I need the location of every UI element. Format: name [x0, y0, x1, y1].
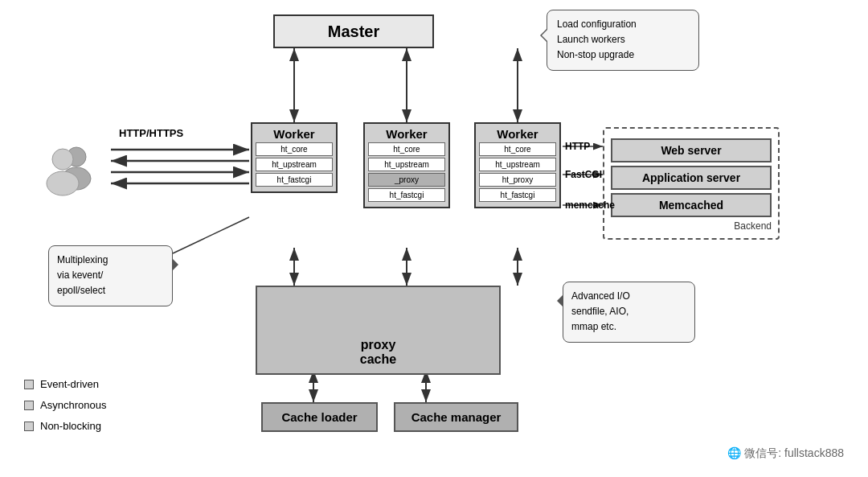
- svg-line-18: [173, 217, 249, 253]
- legend-label-1: Event-driven: [40, 374, 99, 395]
- worker2-module-htupstream: ht_upstream: [368, 158, 445, 171]
- cache-manager-label: Cache manager: [411, 410, 502, 424]
- proxy-cache-area: proxycache: [256, 286, 501, 375]
- legend-item-nonblocking: Non-blocking: [24, 416, 106, 437]
- advancedio-text: Advanced I/Osendfile, AIO,mmap etc.: [571, 290, 630, 332]
- users-icon: [32, 137, 104, 201]
- master-box: Master: [273, 14, 434, 48]
- multiplex-text: Multiplexingvia kevent/epoll/select: [57, 254, 108, 296]
- backend-box: Web server Application server Memcached …: [603, 127, 780, 240]
- master-bubble-line3: Non-stop upgrade: [557, 49, 634, 60]
- worker2-module-proxy: _proxy: [368, 173, 445, 187]
- legend-square-2: [24, 401, 34, 410]
- worker1-module-htfastcgi: ht_fastcgi: [256, 173, 333, 187]
- legend: Event-driven Asynchronous Non-blocking: [24, 374, 106, 437]
- backend-appserver: Application server: [611, 166, 772, 190]
- diagram-container: Master Load configuration Launch workers…: [0, 0, 868, 477]
- worker3-module-htfastcgi: ht_fastcgi: [479, 188, 556, 202]
- legend-item-async: Asynchronous: [24, 395, 106, 416]
- watermark: 🌐 微信号: fullstack888: [727, 446, 844, 461]
- worker3-module-htcore: ht_core: [479, 142, 556, 156]
- proxy-cache-label: proxycache: [264, 338, 493, 367]
- worker2-module-htcore: ht_core: [368, 142, 445, 156]
- multiplex-bubble: Multiplexingvia kevent/epoll/select: [48, 245, 173, 306]
- cache-loader-box: Cache loader: [261, 402, 378, 432]
- watermark-icon: 🌐: [727, 446, 744, 459]
- backend-label: Backend: [611, 220, 772, 232]
- http-proto-label: HTTP: [565, 141, 590, 152]
- cache-manager-box: Cache manager: [394, 402, 518, 432]
- legend-label-3: Non-blocking: [40, 416, 101, 437]
- svg-point-21: [52, 149, 73, 170]
- worker3-module-htproxy: ht_proxy: [479, 173, 556, 187]
- worker3-module-htupstream: ht_upstream: [479, 158, 556, 171]
- legend-label-2: Asynchronous: [40, 395, 106, 416]
- worker1-box: Worker ht_core ht_upstream ht_fastcgi: [251, 122, 338, 193]
- worker1-module-htcore: ht_core: [256, 142, 333, 156]
- fastcgi-proto-label: FastCGI: [565, 169, 602, 180]
- watermark-text: 微信号: fullstack888: [744, 446, 844, 459]
- legend-item-event-driven: Event-driven: [24, 374, 106, 395]
- users-area: [32, 137, 104, 201]
- advancedio-bubble: Advanced I/Osendfile, AIO,mmap etc.: [563, 282, 695, 343]
- master-label: Master: [328, 23, 379, 41]
- backend-webserver: Web server: [611, 138, 772, 162]
- backend-memcached: Memcached: [611, 193, 772, 217]
- worker2-box: Worker ht_core ht_upstream _proxy ht_fas…: [363, 122, 450, 208]
- worker2-module-htfastcgi: ht_fastcgi: [368, 188, 445, 202]
- worker1-module-htupstream: ht_upstream: [256, 158, 333, 171]
- legend-square-3: [24, 421, 34, 431]
- svg-point-22: [47, 171, 79, 195]
- http-https-label: HTTP/HTTPS: [119, 127, 183, 139]
- worker3-label: Worker: [479, 127, 556, 141]
- worker1-label: Worker: [256, 127, 333, 141]
- cache-loader-label: Cache loader: [281, 410, 357, 424]
- master-bubble: Load configuration Launch workers Non-st…: [547, 10, 699, 71]
- master-bubble-line1: Load configuration: [557, 19, 637, 30]
- legend-square-1: [24, 380, 34, 389]
- worker2-label: Worker: [368, 127, 445, 141]
- memcache-proto-label: memcache: [565, 199, 615, 211]
- master-bubble-line2: Launch workers: [557, 34, 625, 45]
- worker3-box: Worker ht_core ht_upstream ht_proxy ht_f…: [474, 122, 561, 208]
